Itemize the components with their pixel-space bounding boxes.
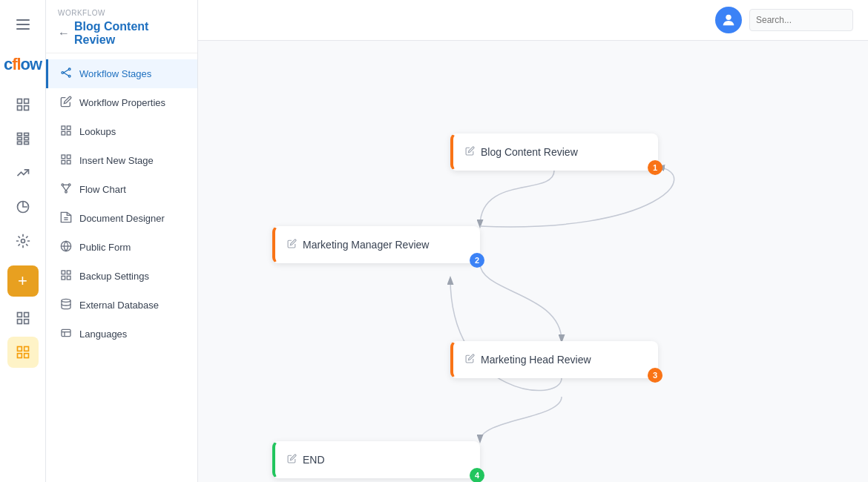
node-label-4: END xyxy=(303,454,325,466)
node-badge-2: 2 xyxy=(470,253,484,268)
public-form-icon xyxy=(60,240,72,254)
svg-rect-46 xyxy=(62,276,65,280)
page-title: Blog Content Review xyxy=(74,20,185,47)
avatar[interactable] xyxy=(715,7,742,33)
svg-rect-32 xyxy=(67,160,70,164)
sidebar-item-label: Languages xyxy=(79,329,127,340)
edit-icon-node4 xyxy=(287,454,297,466)
sidebar-item-label: Document Designer xyxy=(79,213,165,224)
svg-rect-6 xyxy=(17,137,22,139)
node-label-2: Marketing Manager Review xyxy=(303,239,429,251)
svg-rect-3 xyxy=(24,106,28,110)
svg-rect-45 xyxy=(67,271,70,274)
sidebar: WORKFLOW ← Blog Content Review Workflow … xyxy=(46,0,198,482)
nav-icon-filter[interactable] xyxy=(7,123,39,154)
hamburger-menu[interactable] xyxy=(7,9,39,40)
flow-node-1[interactable]: Blog Content Review 1 xyxy=(450,133,658,171)
svg-rect-13 xyxy=(24,313,28,317)
svg-rect-5 xyxy=(24,133,28,136)
app-logo[interactable]: cflow xyxy=(7,49,39,80)
svg-rect-49 xyxy=(62,329,70,336)
workflow-stages-icon xyxy=(60,67,72,81)
sidebar-header: WORKFLOW ← Blog Content Review xyxy=(46,0,197,53)
nav-icon-workflow[interactable] xyxy=(7,337,39,368)
sidebar-item-external-database[interactable]: External Database xyxy=(46,291,197,320)
sidebar-item-insert-new-stage[interactable]: Insert New Stage xyxy=(46,146,197,175)
svg-line-23 xyxy=(64,70,69,73)
svg-point-20 xyxy=(62,72,64,74)
nav-icon-settings[interactable] xyxy=(7,225,39,257)
sidebar-item-backup-settings[interactable]: Backup Settings xyxy=(46,262,197,291)
insert-stage-icon xyxy=(60,153,72,168)
svg-rect-47 xyxy=(67,276,70,280)
svg-rect-8 xyxy=(17,142,22,144)
svg-rect-26 xyxy=(67,126,70,130)
sidebar-item-flow-chart[interactable]: Flow Chart xyxy=(46,175,197,204)
svg-rect-16 xyxy=(17,347,22,351)
sidebar-item-languages[interactable]: Languages xyxy=(46,320,197,349)
svg-rect-2 xyxy=(17,106,22,110)
nav-icon-grid[interactable] xyxy=(7,303,39,334)
svg-point-33 xyxy=(62,184,64,186)
add-button[interactable]: + xyxy=(7,265,39,297)
search-input[interactable] xyxy=(749,9,853,31)
node-badge-1: 1 xyxy=(648,160,662,175)
flow-node-2[interactable]: Marketing Manager Review 2 xyxy=(272,226,480,263)
svg-rect-17 xyxy=(24,347,28,351)
main-area: Blog Content Review 1 Marketing Manager … xyxy=(198,0,868,482)
backup-settings-icon xyxy=(60,269,72,283)
svg-rect-25 xyxy=(62,126,65,130)
document-designer-icon xyxy=(60,211,72,225)
node-label-3: Marketing Head Review xyxy=(481,354,591,366)
languages-icon xyxy=(60,327,72,341)
sidebar-item-label: Flow Chart xyxy=(79,184,126,195)
flow-chart-area: Blog Content Review 1 Marketing Manager … xyxy=(198,41,868,482)
sidebar-menu: Workflow Stages Workflow Properties Look… xyxy=(46,53,197,482)
sidebar-item-label: Workflow Stages xyxy=(79,68,151,79)
edit-icon-node1 xyxy=(465,146,475,158)
sidebar-item-lookups[interactable]: Lookups xyxy=(46,117,197,146)
svg-point-52 xyxy=(726,15,731,20)
svg-point-22 xyxy=(68,75,70,77)
svg-rect-29 xyxy=(62,155,65,159)
svg-rect-31 xyxy=(62,160,65,164)
node-badge-4: 4 xyxy=(470,468,484,482)
sidebar-item-label: Backup Settings xyxy=(79,271,149,282)
svg-point-11 xyxy=(21,240,24,243)
sidebar-item-label: Insert New Stage xyxy=(79,155,154,166)
svg-rect-14 xyxy=(17,320,22,324)
sidebar-item-workflow-properties[interactable]: Workflow Properties xyxy=(46,88,197,117)
breadcrumb: WORKFLOW xyxy=(58,9,185,17)
back-button[interactable]: ← xyxy=(58,27,70,40)
flow-chart-icon xyxy=(60,182,72,197)
svg-rect-30 xyxy=(67,155,70,159)
svg-rect-7 xyxy=(24,137,28,139)
top-bar-right xyxy=(715,7,853,33)
workflow-properties-icon xyxy=(60,96,72,110)
svg-rect-9 xyxy=(24,142,28,144)
sidebar-item-label: Workflow Properties xyxy=(79,97,165,108)
edit-icon-node3 xyxy=(465,354,475,366)
sidebar-item-label: Public Form xyxy=(79,242,131,253)
svg-rect-12 xyxy=(17,313,22,317)
edit-icon-node2 xyxy=(287,239,297,251)
flow-node-3[interactable]: Marketing Head Review 3 xyxy=(450,341,658,378)
node-badge-3: 3 xyxy=(648,368,662,383)
svg-point-35 xyxy=(65,191,68,193)
svg-point-48 xyxy=(62,299,70,302)
sidebar-item-label: External Database xyxy=(79,300,159,311)
sidebar-item-document-designer[interactable]: Document Designer xyxy=(46,204,197,233)
top-bar xyxy=(198,0,868,41)
sidebar-item-workflow-stages[interactable]: Workflow Stages xyxy=(46,59,197,88)
nav-icon-dashboard[interactable] xyxy=(7,89,39,120)
nav-icon-chart[interactable] xyxy=(7,157,39,188)
svg-rect-19 xyxy=(24,354,28,358)
nav-icon-analytics[interactable] xyxy=(7,191,39,222)
svg-rect-0 xyxy=(17,99,22,104)
svg-point-21 xyxy=(68,68,70,70)
svg-line-24 xyxy=(64,73,69,76)
sidebar-item-public-form[interactable]: Public Form xyxy=(46,233,197,262)
left-nav: cflow + xyxy=(0,0,46,482)
flow-node-4[interactable]: END 4 xyxy=(272,441,480,478)
lookups-icon xyxy=(60,125,72,139)
